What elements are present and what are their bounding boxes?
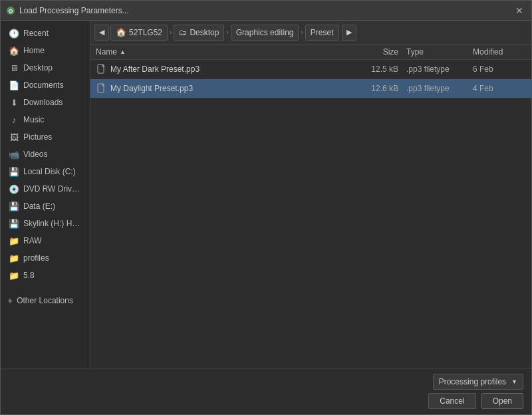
- filter-arrow-icon: ▼: [511, 378, 517, 385]
- sidebar-label-data-drive: Data (E:): [23, 202, 55, 211]
- breadcrumb-graphics-editing[interactable]: Graphics editing: [231, 25, 299, 41]
- sidebar-icon-raw: 📁: [9, 235, 19, 246]
- sidebar-icon-profiles: 📁: [9, 253, 19, 263]
- column-modified-header[interactable]: Modified: [473, 47, 526, 57]
- sidebar-item-music[interactable]: ♪Music: [2, 111, 88, 128]
- svg-rect-2: [98, 65, 104, 73]
- filter-dropdown[interactable]: Processing profiles ▼: [433, 374, 523, 390]
- file-name-cell: My After Dark Preset.pp3: [96, 63, 353, 75]
- breadcrumb-separator-3: ›: [300, 29, 303, 36]
- sidebar-label-home: Home: [23, 46, 45, 55]
- sidebar-icon-desktop: 🖥: [9, 63, 19, 73]
- sidebar-icon-documents: 📄: [9, 80, 19, 90]
- sidebar-label-pictures: Pictures: [23, 132, 52, 142]
- sidebar-icon-downloads: ⬇: [9, 97, 19, 108]
- titlebar: ⚙ Load Processing Parameters... ✕: [1, 1, 531, 21]
- sidebar-label-recent: Recent: [23, 29, 49, 38]
- breadcrumb-graphics-editing-label: Graphics editing: [236, 28, 294, 37]
- svg-rect-3: [98, 84, 104, 92]
- sidebar-item-local-disk[interactable]: 💾Local Disk (C:): [2, 163, 88, 180]
- sidebar-label-documents: Documents: [23, 80, 64, 90]
- breadcrumb-desktop[interactable]: 🗂 Desktop: [174, 25, 224, 41]
- breadcrumb-home-label: 52TLG52: [129, 28, 162, 37]
- sidebar-item-pictures[interactable]: 🖼Pictures: [2, 128, 88, 146]
- sidebar-label-downloads: Downloads: [23, 98, 63, 107]
- file-rows-container: My After Dark Preset.pp312.5 kB.pp3 file…: [90, 60, 531, 98]
- table-row[interactable]: My Daylight Preset.pp312.6 kB.pp3 filety…: [90, 79, 531, 98]
- breadcrumb-home-button[interactable]: 🏠 52TLG52: [110, 25, 168, 41]
- sidebar-item-raw[interactable]: 📁RAW: [2, 232, 88, 249]
- sidebar-icon-videos: 📹: [9, 149, 19, 160]
- sidebar-item-home[interactable]: 🏠Home: [2, 42, 88, 59]
- file-name-text: My After Dark Preset.pp3: [110, 65, 200, 74]
- sidebar-label-dvd-drive: DVD RW Drive (D:): [23, 184, 82, 194]
- sidebar-icon-recent: 🕐: [9, 28, 19, 39]
- column-size-header[interactable]: Size: [353, 47, 406, 57]
- sidebar-item-documents[interactable]: 📄Documents: [2, 76, 88, 94]
- file-list-header: Name ▲ Size Type Modified: [90, 45, 531, 60]
- sidebar: 🕐Recent🏠Home🖥Desktop📄Documents⬇Downloads…: [1, 21, 90, 368]
- file-icon: [96, 63, 106, 75]
- breadcrumb-back-button[interactable]: ◀: [94, 25, 109, 41]
- home-icon: 🏠: [116, 27, 126, 37]
- file-modified-cell: 4 Feb: [473, 84, 526, 93]
- sidebar-separator: [1, 284, 90, 292]
- sidebar-item-profiles[interactable]: 📁profiles: [2, 249, 88, 267]
- sidebar-item-desktop[interactable]: 🖥Desktop: [2, 59, 88, 76]
- sidebar-icon-local-disk: 💾: [9, 166, 19, 177]
- file-icon: [96, 82, 106, 94]
- sidebar-label-skylink: Skylink (H:) HiSuite: [23, 219, 82, 228]
- sidebar-label-music: Music: [23, 115, 44, 124]
- sidebar-label-desktop: Desktop: [23, 63, 53, 72]
- sidebar-item-recent[interactable]: 🕐Recent: [2, 25, 88, 42]
- dialog: ⚙ Load Processing Parameters... ✕ 🕐Recen…: [0, 0, 532, 415]
- sidebar-item-dvd-drive[interactable]: 💿DVD RW Drive (D:): [2, 180, 88, 198]
- column-type-header[interactable]: Type: [406, 47, 473, 57]
- filter-label: Processing profiles: [439, 377, 506, 386]
- breadcrumb-preset-label: Preset: [311, 28, 334, 37]
- breadcrumb-forward-button[interactable]: ▶: [342, 25, 356, 41]
- cancel-button[interactable]: Cancel: [428, 393, 475, 409]
- main-panel: ◀ 🏠 52TLG52 › 🗂 Desktop › Graphics editi…: [90, 21, 531, 368]
- sidebar-item-skylink[interactable]: 💾Skylink (H:) HiSuite: [2, 215, 88, 232]
- file-type-cell: .pp3 filetype: [406, 65, 473, 74]
- sidebar-label-58: 5.8: [23, 271, 35, 280]
- button-row: Cancel Open: [9, 393, 523, 409]
- close-button[interactable]: ✕: [513, 4, 526, 17]
- sort-icon: ▲: [120, 49, 126, 55]
- file-modified-cell: 6 Feb: [473, 65, 526, 74]
- content-area: 🕐Recent🏠Home🖥Desktop📄Documents⬇Downloads…: [1, 21, 531, 368]
- breadcrumb-separator-1: ›: [169, 29, 172, 36]
- sidebar-icon-pictures: 🖼: [9, 132, 19, 142]
- sidebar-label-videos: Videos: [23, 150, 47, 159]
- breadcrumb-bar: ◀ 🏠 52TLG52 › 🗂 Desktop › Graphics editi…: [90, 21, 531, 45]
- file-name-cell: My Daylight Preset.pp3: [96, 82, 353, 94]
- column-name-header[interactable]: Name ▲: [96, 47, 353, 57]
- sidebar-icon-dvd-drive: 💿: [9, 184, 19, 194]
- dialog-title: Load Processing Parameters...: [19, 6, 129, 15]
- titlebar-left: ⚙ Load Processing Parameters...: [6, 6, 129, 15]
- table-row[interactable]: My After Dark Preset.pp312.5 kB.pp3 file…: [90, 60, 531, 79]
- breadcrumb-desktop-label: Desktop: [190, 28, 219, 37]
- sidebar-item-videos[interactable]: 📹Videos: [2, 146, 88, 163]
- sidebar-item-downloads[interactable]: ⬇Downloads: [2, 94, 88, 111]
- sidebar-icon-data-drive: 💾: [9, 201, 19, 211]
- file-size-cell: 12.5 kB: [353, 65, 406, 74]
- filter-row: Processing profiles ▼: [9, 374, 523, 390]
- sidebar-label-local-disk: Local Disk (C:): [23, 167, 76, 176]
- svg-text:⚙: ⚙: [8, 8, 13, 15]
- sidebar-item-data-drive[interactable]: 💾Data (E:): [2, 198, 88, 215]
- sidebar-icon-58: 📁: [9, 270, 19, 281]
- breadcrumb-separator-2: ›: [225, 29, 229, 36]
- open-button[interactable]: Open: [481, 393, 523, 409]
- plus-icon: +: [7, 295, 13, 306]
- column-name-label: Name: [96, 47, 117, 57]
- sidebar-item-58[interactable]: 📁5.8: [2, 267, 88, 284]
- bottom-bar: Processing profiles ▼ Cancel Open: [1, 368, 531, 414]
- sidebar-other-locations[interactable]: + Other Locations: [1, 292, 90, 309]
- sidebar-icon-home: 🏠: [9, 45, 19, 56]
- breadcrumb-preset[interactable]: Preset: [305, 25, 339, 41]
- file-size-cell: 12.6 kB: [353, 84, 406, 93]
- other-locations-label: Other Locations: [17, 296, 73, 305]
- file-name-text: My Daylight Preset.pp3: [110, 84, 193, 93]
